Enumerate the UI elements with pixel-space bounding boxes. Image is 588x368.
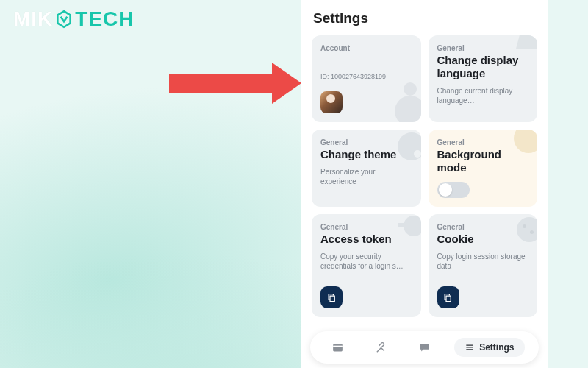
cookie-icon bbox=[517, 217, 537, 242]
key-icon bbox=[404, 216, 421, 236]
flag-icon bbox=[516, 35, 537, 49]
card-access-token[interactable]: General Access token Copy your security … bbox=[312, 214, 421, 317]
card-background-mode[interactable]: General Background mode bbox=[429, 130, 538, 207]
card-change-theme[interactable]: General Change theme Personalize your ex… bbox=[312, 130, 421, 207]
card-desc: Copy login session storage data bbox=[437, 252, 529, 271]
nav-settings-label: Settings bbox=[479, 342, 514, 353]
copy-cookie-button[interactable] bbox=[437, 286, 459, 308]
brand-logo: MIK TECH bbox=[13, 7, 135, 31]
nav-browser[interactable] bbox=[324, 334, 351, 361]
card-desc: Copy your security credentials for a log… bbox=[320, 252, 412, 271]
app-panel: Settings Account ID: 100027643928199 Gen… bbox=[301, 0, 548, 368]
card-cookie[interactable]: General Cookie Copy login session storag… bbox=[429, 214, 538, 317]
card-account[interactable]: Account ID: 100027643928199 bbox=[312, 35, 421, 122]
card-title: Access token bbox=[320, 233, 412, 246]
account-id: ID: 100027643928199 bbox=[320, 73, 412, 80]
nav-chat[interactable] bbox=[411, 334, 437, 361]
card-tag: General bbox=[437, 44, 529, 52]
nav-settings[interactable]: Settings bbox=[454, 338, 524, 357]
card-title: Background mode bbox=[437, 148, 529, 174]
logo-text-part2: TECH bbox=[75, 7, 134, 31]
background-mode-toggle[interactable] bbox=[437, 182, 470, 198]
card-title: Change display language bbox=[437, 54, 529, 80]
person-icon bbox=[395, 96, 421, 122]
settings-cards: Account ID: 100027643928199 General Chan… bbox=[312, 35, 537, 317]
toggle-knob bbox=[439, 183, 452, 197]
page-title: Settings bbox=[313, 10, 537, 26]
bottom-nav: Settings bbox=[310, 331, 539, 364]
logo-text-part1: MIK bbox=[13, 7, 53, 31]
chat-icon bbox=[418, 342, 431, 354]
card-tag: Account bbox=[320, 44, 412, 52]
copy-icon bbox=[442, 292, 453, 303]
hex-icon bbox=[54, 10, 74, 29]
card-title: Cookie bbox=[437, 233, 529, 246]
card-change-language[interactable]: General Change display language Change c… bbox=[429, 35, 538, 122]
browser-icon bbox=[331, 342, 344, 354]
card-desc: Personalize your experience bbox=[320, 167, 412, 186]
card-desc: Change current display language… bbox=[437, 86, 529, 105]
menu-icon bbox=[465, 342, 475, 353]
annotation-arrow bbox=[169, 65, 309, 102]
copy-icon bbox=[326, 292, 337, 303]
tools-icon bbox=[375, 342, 387, 354]
card-tag: General bbox=[437, 223, 529, 231]
avatar bbox=[320, 91, 343, 113]
copy-token-button[interactable] bbox=[320, 286, 343, 308]
nav-tools[interactable] bbox=[368, 334, 394, 361]
